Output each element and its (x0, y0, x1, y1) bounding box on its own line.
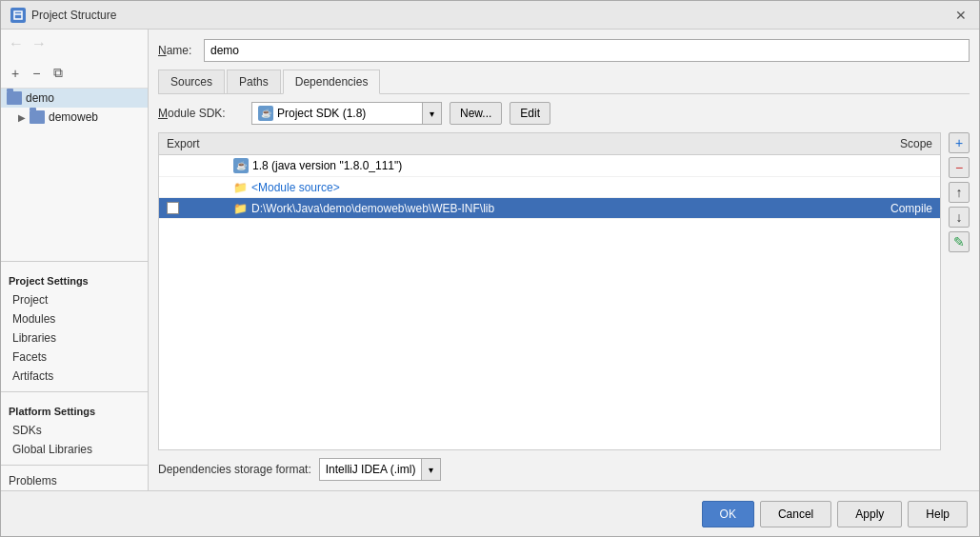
sdk-row: Module SDK: ☕ Project SDK (1.8) ▾ New...… (158, 102, 970, 125)
dialog-body: ← → + − ⧉ demo ▶ demoweb (1, 30, 979, 490)
tree-item-label: demoweb (49, 110, 98, 124)
dialog-footer: OK Cancel Apply Help (1, 490, 979, 536)
sdk-dropdown-btn[interactable]: ▾ (422, 103, 441, 124)
tree-item-label: demo (26, 91, 54, 105)
back-button[interactable]: ← (7, 35, 26, 52)
ok-button[interactable]: OK (702, 501, 754, 527)
right-panel: Name: Sources Paths Dependencies Module … (149, 30, 979, 490)
export-checkbox[interactable] (167, 202, 179, 214)
close-button[interactable]: ✕ (952, 7, 970, 24)
storage-dropdown-btn[interactable]: ▾ (421, 459, 440, 480)
sidebar-item-artifacts[interactable]: Artifacts (1, 367, 148, 386)
left-panel: ← → + − ⧉ demo ▶ demoweb (1, 30, 149, 490)
add-module-button[interactable]: + (7, 63, 24, 84)
name-label: Name: (158, 44, 196, 57)
folder-icon (30, 110, 45, 124)
folder-row-icon: 📁 (233, 202, 248, 215)
sidebar-divider-3 (1, 465, 148, 466)
sidebar-item-libraries[interactable]: Libraries (1, 328, 148, 348)
sidebar-item-project[interactable]: Project (1, 290, 148, 309)
nav-actions: ← → (1, 30, 148, 58)
dep-row-source[interactable]: 📁 <Module source> (159, 177, 940, 198)
help-button[interactable]: Help (908, 501, 968, 527)
dep-right-sidebar: + − ↑ ↓ ✎ (945, 132, 970, 450)
chevron-icon: ▶ (18, 112, 26, 123)
cancel-button[interactable]: Cancel (760, 501, 831, 527)
dep-down-button[interactable]: ↓ (949, 207, 970, 228)
tab-dependencies[interactable]: Dependencies (283, 70, 381, 94)
storage-row: Dependencies storage format: IntelliJ ID… (158, 458, 970, 481)
jdk-icon: ☕ (258, 106, 273, 121)
sidebar-item-global-libraries[interactable]: Global Libraries (1, 440, 148, 459)
sdk-select[interactable]: ☕ Project SDK (1.8) ▾ (251, 102, 442, 125)
sidebar-item-sdks[interactable]: SDKs (1, 421, 148, 440)
storage-value: IntelliJ IDEA (.iml) (320, 461, 422, 478)
col-name-header (226, 137, 864, 150)
dialog-icon (10, 8, 26, 23)
sdk-label: Module SDK: (158, 107, 244, 120)
sidebar-divider-2 (1, 391, 148, 392)
tabs-bar: Sources Paths Dependencies (158, 70, 970, 94)
apply-button[interactable]: Apply (837, 501, 902, 527)
dep-row-scope-lib: Compile (864, 202, 940, 215)
sdk-value: Project SDK (1.8) (277, 107, 366, 120)
folder-icon (7, 91, 22, 105)
left-toolbar: + − ⧉ (1, 58, 148, 89)
tree-item-demoweb[interactable]: ▶ demoweb (1, 108, 148, 127)
new-sdk-button[interactable]: New... (450, 102, 502, 125)
dep-edit-button[interactable]: ✎ (949, 231, 970, 252)
dep-row-jdk[interactable]: ☕ 1.8 (java version "1.8.0_111") (159, 155, 940, 177)
project-structure-dialog: Project Structure ✕ ← → + − ⧉ demo (0, 0, 980, 537)
name-input[interactable] (204, 39, 970, 62)
name-row: Name: (158, 39, 970, 62)
tree-item-demo[interactable]: demo (1, 89, 148, 108)
sidebar-item-facets[interactable]: Facets (1, 348, 148, 367)
source-icon: 📁 (233, 181, 248, 194)
sidebar-divider (1, 261, 148, 262)
title-bar: Project Structure ✕ (1, 1, 979, 30)
storage-label: Dependencies storage format: (158, 463, 311, 476)
remove-module-button[interactable]: − (28, 63, 45, 84)
dep-row-name-jdk: 1.8 (java version "1.8.0_111") (252, 159, 402, 172)
col-export-header: Export (159, 137, 226, 150)
col-scope-header: Scope (864, 137, 940, 150)
dep-add-button[interactable]: + (949, 132, 970, 153)
svg-rect-0 (14, 11, 22, 19)
forward-button[interactable]: → (30, 35, 49, 52)
storage-select[interactable]: IntelliJ IDEA (.iml) ▾ (319, 458, 442, 481)
module-tree: demo ▶ demoweb (1, 89, 148, 255)
title-bar-left: Project Structure (10, 8, 116, 23)
sidebar-item-modules[interactable]: Modules (1, 309, 148, 328)
dep-panel: Export Scope ☕ 1.8 (java version "1.8.0_… (158, 132, 970, 450)
dep-row-lib[interactable]: 📁 D:\Work\Java\demo\demoweb\web\WEB-INF\… (159, 198, 940, 219)
tab-paths[interactable]: Paths (227, 70, 281, 93)
jdk-row-icon: ☕ (233, 158, 249, 173)
project-settings-title: Project Settings (1, 268, 148, 290)
dialog-title: Project Structure (31, 9, 116, 22)
dep-remove-button[interactable]: − (949, 157, 970, 178)
dep-row-name-lib: D:\Work\Java\demo\demoweb\web\WEB-INF\li… (251, 202, 494, 215)
tab-sources[interactable]: Sources (158, 70, 225, 93)
dep-row-name-source: <Module source> (251, 181, 340, 194)
dep-table: Export Scope ☕ 1.8 (java version "1.8.0_… (158, 132, 941, 450)
copy-module-button[interactable]: ⧉ (49, 62, 68, 84)
sidebar-item-problems[interactable]: Problems (1, 471, 148, 490)
platform-settings-title: Platform Settings (1, 398, 148, 421)
edit-sdk-button[interactable]: Edit (510, 102, 550, 125)
dep-table-header: Export Scope (159, 133, 940, 155)
dep-up-button[interactable]: ↑ (949, 182, 970, 203)
